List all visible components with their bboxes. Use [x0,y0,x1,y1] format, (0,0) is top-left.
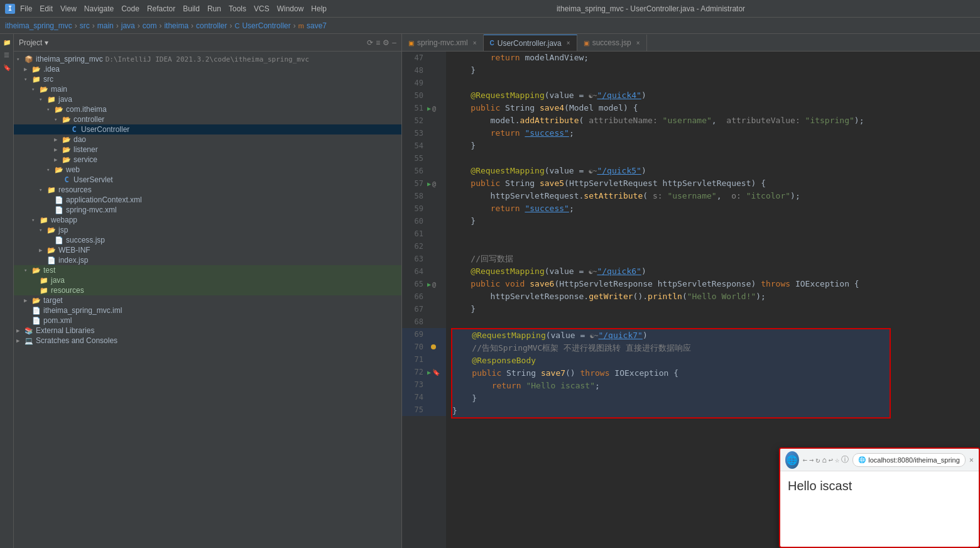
menu-vcs[interactable]: VCS [254,4,270,13]
tree-java[interactable]: ▾ 📁 java [14,94,401,104]
code-line-62 [451,240,975,253]
breadcrumb-method[interactable]: save7 [307,21,327,30]
tree-jsp-folder[interactable]: ▾ 📂 jsp [14,225,401,235]
tab-usercontroller-close[interactable]: × [567,40,570,47]
gutter-48: 48 [402,64,446,77]
xml-icon: ▣ [408,40,414,47]
project-header: Project ▾ ⟳ ≡ ⚙ – [14,34,401,52]
tree-test[interactable]: ▾ 📂 test [14,265,401,275]
settings-icon[interactable]: ⚙ [383,38,389,47]
tab-usercontroller[interactable]: C UserController.java × [484,35,577,51]
menu-window[interactable]: Window [277,4,304,13]
tree-main[interactable]: ▾ 📂 main [14,84,401,94]
breadcrumb-java[interactable]: java [121,21,135,30]
menu-help[interactable]: Help [311,4,327,13]
code-view[interactable]: 47 48 49 50 51 ▶ [402,52,980,548]
tree-src[interactable]: ▾ 📁 src [14,74,401,84]
tree-dao[interactable]: ▶ 📂 dao [14,134,401,145]
structure-icon[interactable]: ☰ [1,49,13,60]
tree-usercontroller[interactable]: ▶ C UserController [14,124,401,134]
tree-index-jsp[interactable]: ▶ 📄 index.jsp [14,255,401,265]
menu-build[interactable]: Build [183,4,200,13]
breadcrumb-com[interactable]: com [143,21,157,30]
gutter-74: 74 [402,391,446,403]
tree-test-java[interactable]: ▶ 📁 java [14,275,401,285]
browser-url: localhost:8080/itheima_spring [868,456,960,464]
browser-url-bar[interactable]: 🌐 localhost:8080/itheima_spring [852,453,966,467]
tree-service[interactable]: ▶ 📂 service [14,155,401,165]
breadcrumb-main[interactable]: main [97,21,114,30]
close-panel-icon[interactable]: – [392,38,396,47]
class-icon: C [234,22,239,30]
gutter-63: 63 [402,253,446,265]
tree-userservlet[interactable]: ▶ C UserServlet [14,175,401,185]
tab-spring-mvc-close[interactable]: × [473,40,477,47]
tab-success-jsp[interactable]: ▣ success.jsp × [577,35,647,51]
tree-idea[interactable]: ▶ 📂 .idea [14,64,401,74]
project-view-icon[interactable]: 📁 [1,36,13,48]
code-line-69: @RequestMapping(value = ☯~"/quick7") [452,329,890,342]
tree-resources[interactable]: ▾ 📁 resources [14,185,401,195]
gutter-65: 65 ▶ @ [402,278,446,290]
gutter-55: 55 [402,152,446,165]
browser-result-text: Hello iscast [788,479,852,493]
tree-ext-libraries[interactable]: ▶ 📚 External Libraries [14,326,401,336]
breadcrumb-itheima[interactable]: itheima [164,21,188,30]
tab-spring-mvc-label: spring-mvc.xml [417,38,468,47]
menu-navigate[interactable]: Navigate [84,4,114,13]
breadcrumb-class[interactable]: UserController [242,21,290,30]
menu-view[interactable]: View [60,4,77,13]
forward-button[interactable]: → [809,456,814,464]
root-label: itheima_spring_mvc [36,55,103,63]
tree-com-itheima[interactable]: ▾ 📂 com.itheima [14,104,401,114]
menu-code[interactable]: Code [121,4,139,13]
tree-target[interactable]: ▶ 📂 target [14,295,401,305]
tab-spring-mvc[interactable]: ▣ spring-mvc.xml × [402,35,484,51]
project-panel: Project ▾ ⟳ ≡ ⚙ – ▾ 📦 itheima_spring_mvc… [14,34,402,548]
project-header-actions: ⟳ ≡ ⚙ – [367,38,396,47]
breadcrumb-controller[interactable]: controller [196,21,227,30]
run-icon-65[interactable]: ▶ [427,281,431,288]
expand-icon[interactable]: ≡ [376,38,380,47]
info-button[interactable]: ⓘ [841,454,849,465]
gutter-56: 56 [402,165,446,177]
star-button[interactable]: ☆ [835,456,839,464]
run-icon-57[interactable]: ▶ [427,180,431,187]
bookmarks-icon[interactable]: 🔖 [1,62,13,73]
tree-iml[interactable]: ▶ 📄 itheima_spring_mvc.iml [14,305,401,315]
run-icon-72[interactable]: ▶ [427,369,431,376]
tree-success-jsp[interactable]: ▶ 📄 success.jsp [14,235,401,245]
tree-scratches[interactable]: ▶ 💻 Scratches and Consoles [14,336,401,346]
run-icon-51[interactable]: ▶ [427,105,431,112]
gutter-62: 62 [402,240,446,253]
breadcrumb-project[interactable]: itheima_spring_mvc [5,21,72,30]
at-icon-65: @ [432,281,436,288]
tree-springmvc[interactable]: ▶ 📄 spring-mvc.xml [14,205,401,215]
back-button[interactable]: ← [803,456,807,464]
gutter-50: 50 [402,89,446,102]
tree-listener[interactable]: ▶ 📂 listener [14,145,401,155]
tree-web[interactable]: ▾ 📂 web [14,165,401,175]
menu-run[interactable]: Run [207,4,221,13]
tab-success-jsp-close[interactable]: × [636,40,640,47]
gutter-47: 47 [402,52,446,64]
menu-refactor[interactable]: Refactor [147,4,175,13]
sync-icon[interactable]: ⟳ [367,38,373,47]
gutter-75: 75 [402,403,446,416]
tree-webinf[interactable]: ▶ 📂 WEB-INF [14,245,401,255]
tree-root[interactable]: ▾ 📦 itheima_spring_mvc D:\IntelliJ IDEA … [14,54,401,64]
undo-button[interactable]: ↩ [829,456,833,464]
menu-file[interactable]: File [20,4,32,13]
menu-edit[interactable]: Edit [40,4,53,13]
tree-test-resources[interactable]: ▶ 📁 resources [14,285,401,295]
home-button[interactable]: ⌂ [822,456,827,464]
breadcrumb-src[interactable]: src [80,21,90,30]
tree-webapp[interactable]: ▾ 📁 webapp [14,215,401,225]
tree-appcontext[interactable]: ▶ 📄 applicationContext.xml [14,195,401,205]
refresh-button[interactable]: ↻ [815,456,820,464]
browser-close-button[interactable]: × [969,456,974,464]
tree-controller[interactable]: ▾ 📂 controller [14,114,401,124]
menu-tools[interactable]: Tools [229,4,246,13]
tree-pom[interactable]: ▶ 📄 pom.xml [14,315,401,326]
at-icon-57: @ [432,180,436,187]
